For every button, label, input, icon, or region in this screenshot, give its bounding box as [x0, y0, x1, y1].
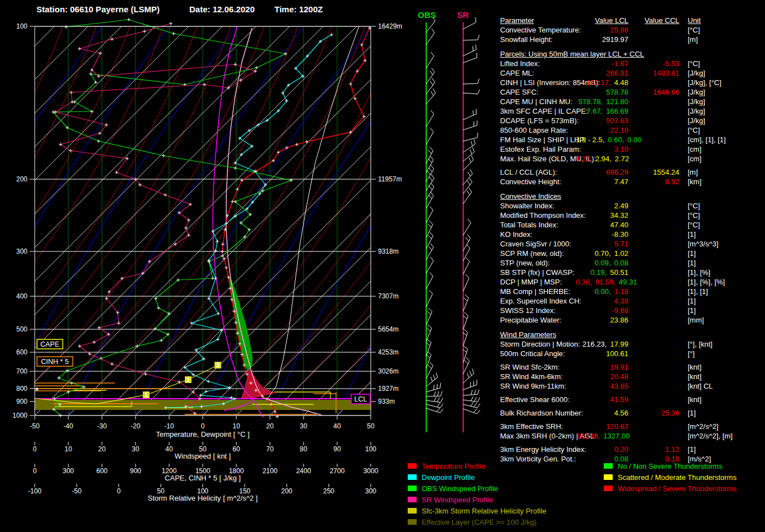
svg-text:0: 0	[33, 445, 37, 453]
unit-label: [J/kg]	[679, 68, 705, 78]
skewt-chart: 100200300400500600700800900100016429m119…	[0, 0, 498, 532]
svg-text:30: 30	[132, 445, 139, 453]
table-row: Lifted Index:-1.67-5.53[°C]	[500, 59, 765, 68]
value-lcl: 0.20	[614, 445, 628, 454]
param-label: LCL / CCL (AGL):	[500, 167, 576, 177]
legend-item-severity: Scattered / Moderate Thunderstorms	[604, 472, 736, 483]
svg-text:700: 700	[16, 367, 27, 375]
unit-label: [m^3/s^3]	[679, 239, 719, 249]
table-section-header: Parcels: Using 50mB mean layer LCL + CCL	[500, 49, 765, 59]
param-label: Parameter	[500, 16, 576, 25]
unit-label: [knt]	[679, 362, 702, 372]
table-row: SR Wind Sfc-2km:19.91[knt]	[500, 362, 765, 372]
legend-label: No / Non Severe Thunderstorms	[618, 462, 722, 470]
storm-motion-star: *	[35, 385, 39, 395]
svg-text:1927m: 1927m	[378, 385, 399, 393]
svg-text:50: 50	[367, 422, 375, 430]
svg-text:500: 500	[16, 325, 27, 333]
param-label: Snowfall Height:	[500, 35, 576, 44]
temperature-profile	[221, 26, 371, 418]
param-label: CAPE SFC:	[500, 87, 576, 97]
unit-label: [°]	[679, 349, 694, 358]
value-lcl: 4.38	[614, 296, 628, 306]
value-lcl: 3.10	[614, 144, 628, 154]
table-row: Storm Direction | Motion:216.23,17.99[°]…	[500, 339, 765, 349]
value-ccl	[628, 125, 679, 135]
unit-label: [cm], [1], [1]	[679, 135, 726, 144]
unit-label: [1]	[679, 306, 696, 315]
svg-text:0: 0	[117, 487, 121, 495]
table-row: CAPE ML:266.811483.61[J/kg]	[500, 68, 765, 78]
value-lcl: 120.67	[606, 422, 628, 431]
unit-label: [km]	[679, 177, 702, 186]
value-lcl: 0.19,50.51	[591, 268, 628, 277]
value-ccl	[628, 97, 679, 106]
legend-item-profile: Effective Layer (CAPE >= 100 J/kg)	[408, 516, 547, 528]
svg-text:3026m: 3026m	[378, 367, 399, 375]
param-label: SR Wind 4km-6km:	[500, 372, 576, 381]
table-row: Exp. Supercell Index CH:4.38[1]	[500, 296, 765, 306]
svg-text:400: 400	[16, 292, 27, 300]
value-lcl: 4.23,2.94,2.72	[576, 154, 629, 164]
unit-label: [°C]	[679, 125, 700, 135]
param-label: SR Wind 9km-11km:	[500, 381, 576, 391]
table-row: SCP RM (new, old):0.70,1.02[1]	[500, 249, 765, 258]
srh-km-marker: 2	[185, 376, 192, 383]
legend-item-severity: No / Non Severe Thunderstorms	[604, 460, 736, 472]
unit-label: [m^2/s^2]	[679, 422, 719, 431]
obs-windspeed-profile	[52, 18, 293, 417]
unit-label: [1], [%], [%]	[679, 277, 725, 287]
legend-swatch	[408, 486, 417, 491]
table-row: KO Index:-8.30[1]	[500, 230, 765, 239]
svg-text:CINH * 5: CINH * 5	[41, 358, 68, 366]
param-label: Bulk Richardson Number:	[500, 408, 576, 418]
value-ccl	[628, 315, 679, 325]
param-label: Modified Thompson Index:	[500, 211, 576, 220]
value-ccl	[629, 431, 680, 441]
param-label: STP (new, old):	[500, 258, 576, 268]
svg-text:3000: 3000	[363, 467, 379, 475]
value-lcl: 507.63	[606, 116, 628, 125]
svg-text:40: 40	[165, 445, 173, 453]
unit-label: [°C]	[679, 25, 700, 35]
value-lcl: Value LCL	[595, 16, 628, 25]
svg-text:10: 10	[232, 422, 240, 430]
legend-item-severity: Widespread / Severe Thunderstorms	[604, 483, 736, 494]
data-point-markers	[52, 18, 293, 417]
unit-label: [1]	[679, 445, 696, 454]
svg-text:-50: -50	[30, 422, 40, 430]
svg-text:90: 90	[333, 445, 341, 453]
unit-label: [1], [1]	[679, 287, 708, 296]
param-label: MB Comp | SHERBE:	[500, 287, 576, 296]
lcl-label-box: LCL	[351, 394, 370, 404]
legend-label: Temperature Profile	[422, 462, 485, 470]
value-ccl	[628, 249, 679, 258]
table-row: CINH | LSI (Inversion: 854mB):182.17,4.4…	[500, 78, 765, 87]
value-ccl	[628, 349, 679, 358]
table-row: Bulk Richardson Number:4.5625.36[1]	[500, 408, 765, 418]
legend-swatch	[604, 474, 613, 480]
value-ccl	[628, 339, 679, 349]
value-lcl: 23.86	[610, 315, 628, 325]
svg-text:CAPE: CAPE	[40, 340, 59, 348]
svg-text:7307m: 7307m	[378, 292, 399, 300]
value-lcl: 182.17,4.48	[586, 78, 628, 87]
table-header-row: ParameterValue LCLValue CCLUnit	[500, 16, 765, 25]
svg-text:3: 3	[216, 362, 220, 368]
unit-label: [1]	[679, 258, 696, 268]
unit-label: [J/kg]	[679, 97, 705, 106]
value-ccl	[628, 35, 679, 44]
param-label: SB STP (fix) | CWASP:	[500, 268, 576, 277]
unit-label: [J/kg]	[679, 106, 705, 116]
param-label: SCP RM (new, old):	[500, 249, 576, 258]
obs-wind-barbs	[426, 17, 443, 432]
unit-label: [cm]	[679, 144, 702, 154]
cape-area-fill	[228, 276, 253, 370]
legend-swatch	[408, 519, 417, 525]
svg-text:70: 70	[266, 445, 274, 453]
table-row: Effective Shear 6000:41.59[knt]	[500, 395, 765, 404]
param-label: Exp. Supercell Index CH:	[500, 296, 576, 306]
parameter-table: ParameterValue LCLValue CCLUnitConvectiv…	[500, 16, 765, 464]
table-row: FM Hail Size | SHIP | LHP:1.9 - 2.5,0.60…	[500, 135, 765, 144]
value-lcl: -8.30	[612, 230, 628, 239]
